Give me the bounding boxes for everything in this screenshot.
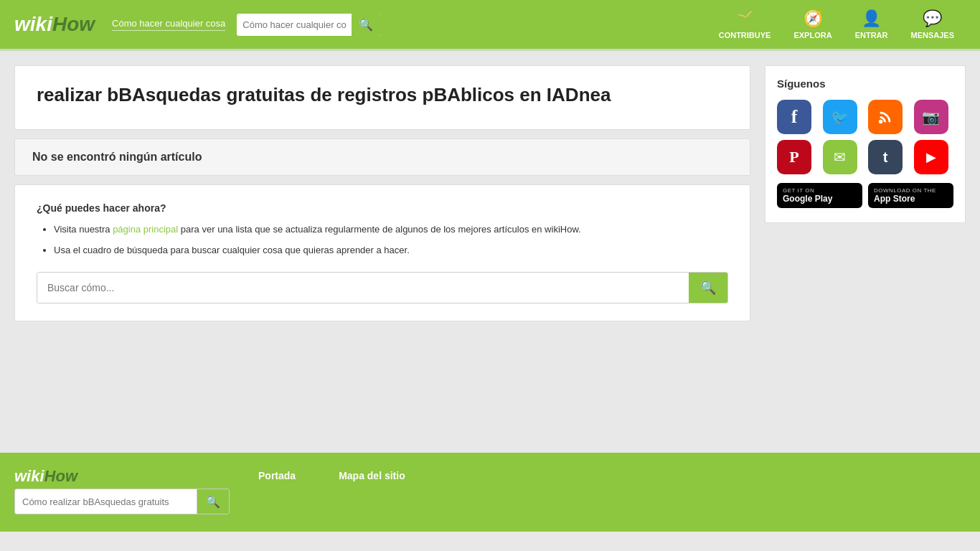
inline-search-input[interactable] bbox=[37, 273, 689, 303]
footer-portada-link[interactable]: Portada bbox=[258, 470, 296, 481]
inline-search-button[interactable]: 🔍 bbox=[689, 273, 727, 303]
article-title-box: realizar bBAsquedas gratuitas de registr… bbox=[14, 65, 750, 130]
footer-logo-area: wikiHow 🔍 bbox=[14, 467, 230, 514]
app-store-small-text: Download on the bbox=[874, 187, 948, 194]
header-tagline: Cómo hacer cualquier cosa bbox=[112, 18, 225, 31]
svg-point-0 bbox=[879, 120, 883, 124]
not-found-box: No se encontró ningún artículo bbox=[14, 138, 750, 176]
facebook-icon[interactable]: f bbox=[777, 100, 811, 134]
nav-explora[interactable]: 🧭 EXPLORA bbox=[782, 2, 843, 47]
header-search-input[interactable] bbox=[237, 15, 352, 34]
article-title: realizar bBAsquedas gratuitas de registr… bbox=[37, 83, 728, 108]
nav-entrar[interactable]: 👤 ENTRAR bbox=[844, 2, 900, 47]
pagina-principal-link[interactable]: página principal bbox=[113, 224, 178, 235]
footer-search-box: 🔍 bbox=[14, 489, 230, 514]
explora-icon: 🧭 bbox=[804, 9, 823, 28]
item1-text-before: Visita nuestra bbox=[54, 224, 113, 235]
what-to-do-list: Visita nuestra página principal para ver… bbox=[37, 222, 728, 258]
item1-text-after: para ver una lista que se actualiza regu… bbox=[178, 224, 580, 235]
page-content: realizar bBAsquedas gratuitas de registr… bbox=[0, 51, 980, 453]
what-to-do-box: ¿Qué puedes hacer ahora? Visita nuestra … bbox=[14, 184, 750, 321]
footer-col-mapa: Mapa del sitio bbox=[339, 470, 405, 484]
nav-mensajes-label: MENSAJES bbox=[910, 31, 954, 39]
google-play-store-name: Google Play bbox=[783, 194, 857, 204]
instagram-icon[interactable]: 📷 bbox=[914, 100, 948, 134]
nav-mensajes[interactable]: 💬 MENSAJES bbox=[899, 2, 966, 47]
main-area: realizar bBAsquedas gratuitas de registr… bbox=[14, 65, 750, 438]
logo-how: How bbox=[52, 13, 95, 36]
footer-search-button[interactable]: 🔍 bbox=[197, 489, 229, 514]
not-found-message: No se encontró ningún artículo bbox=[32, 151, 732, 164]
email-icon[interactable]: ✉ bbox=[823, 140, 857, 174]
header-search-button[interactable]: 🔍 bbox=[352, 14, 380, 36]
mensajes-icon: 💬 bbox=[923, 9, 942, 28]
footer-logo-wiki: wiki bbox=[14, 467, 44, 486]
social-icons-grid: f 🐦 📷 P ✉ t ▶ bbox=[777, 100, 953, 174]
site-logo[interactable]: wikiHow bbox=[14, 13, 95, 36]
what-to-do-heading: ¿Qué puedes hacer ahora? bbox=[37, 202, 728, 214]
youtube-icon[interactable]: ▶ bbox=[914, 140, 948, 174]
follow-us-label: Síguenos bbox=[777, 77, 953, 90]
sidebar: Síguenos f 🐦 📷 P ✉ t ▶ GET IT ON Google … bbox=[765, 65, 966, 438]
nav-entrar-label: ENTRAR bbox=[855, 31, 888, 39]
pinterest-icon[interactable]: P bbox=[777, 140, 811, 174]
footer-logo: wikiHow bbox=[14, 467, 215, 486]
app-badges: GET IT ON Google Play Download on the Ap… bbox=[777, 183, 953, 208]
footer-mapa-link[interactable]: Mapa del sitio bbox=[339, 470, 405, 481]
footer-top: wikiHow 🔍 Portada Mapa del sitio bbox=[14, 467, 966, 514]
app-store-badge[interactable]: Download on the App Store bbox=[868, 183, 953, 208]
twitter-icon[interactable]: 🐦 bbox=[823, 100, 857, 134]
tumblr-icon[interactable]: t bbox=[868, 140, 903, 174]
nav-explora-label: EXPLORA bbox=[793, 31, 831, 39]
rss-icon[interactable] bbox=[868, 100, 903, 134]
header-nav: 🌱 CONTRIBUYE 🧭 EXPLORA 👤 ENTRAR 💬 MENSAJ… bbox=[707, 2, 966, 47]
footer-logo-how: How bbox=[44, 467, 77, 486]
site-header: wikiHow Cómo hacer cualquier cosa 🔍 🌱 CO… bbox=[0, 0, 980, 51]
header-search-box: 🔍 bbox=[237, 14, 380, 36]
nav-contribuye[interactable]: 🌱 CONTRIBUYE bbox=[707, 2, 783, 47]
app-store-name: App Store bbox=[874, 194, 948, 204]
contribuye-icon: 🌱 bbox=[735, 9, 755, 28]
entrar-icon: 👤 bbox=[862, 9, 881, 28]
footer-search-input[interactable] bbox=[15, 489, 197, 514]
site-footer: wikiHow 🔍 Portada Mapa del sitio bbox=[0, 453, 980, 532]
sidebar-card: Síguenos f 🐦 📷 P ✉ t ▶ GET IT ON Google … bbox=[765, 65, 966, 223]
logo-wiki: wiki bbox=[14, 13, 52, 36]
google-play-badge[interactable]: GET IT ON Google Play bbox=[777, 183, 862, 208]
list-item: Visita nuestra página principal para ver… bbox=[54, 222, 728, 237]
item2-text: Usa el cuadro de búsqueda para buscar cu… bbox=[54, 245, 410, 255]
list-item: Usa el cuadro de búsqueda para buscar cu… bbox=[54, 243, 728, 258]
google-play-small-text: GET IT ON bbox=[783, 187, 857, 194]
footer-links: Portada Mapa del sitio bbox=[258, 470, 405, 484]
inline-search-box: 🔍 bbox=[37, 272, 728, 303]
nav-contribuye-label: CONTRIBUYE bbox=[719, 31, 771, 39]
footer-col-portada: Portada bbox=[258, 470, 296, 484]
